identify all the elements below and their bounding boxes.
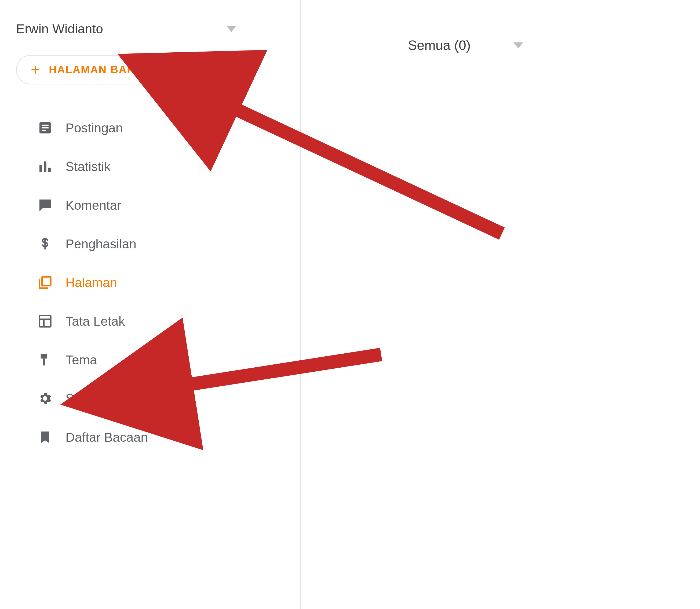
sidebar-item-label: Setelan xyxy=(66,391,109,406)
sidebar-item-tata-letak[interactable]: Tata Letak xyxy=(0,302,300,341)
sidebar-item-penghasilan[interactable]: Penghasilan xyxy=(0,225,300,263)
sidebar-item-label: Komentar xyxy=(66,198,121,213)
plus-icon xyxy=(30,64,41,76)
blog-selector[interactable]: Erwin Widianto xyxy=(0,5,266,47)
sidebar-item-statistik[interactable]: Statistik xyxy=(0,147,300,186)
sidebar-item-label: Penghasilan xyxy=(66,237,136,251)
top-divider xyxy=(0,0,300,0)
blog-name: Erwin Widianto xyxy=(16,21,103,36)
new-page-button[interactable]: HALAMAN BARU xyxy=(16,55,162,84)
svg-rect-5 xyxy=(41,130,46,131)
svg-rect-9 xyxy=(42,277,51,286)
sidebar-item-label: Statistik xyxy=(66,159,111,174)
dollar-icon xyxy=(38,236,53,251)
sidebar-item-label: Halaman xyxy=(66,275,117,290)
sidebar-item-postingan[interactable]: Postingan xyxy=(0,108,300,147)
svg-rect-7 xyxy=(44,161,46,172)
sidebar-item-label: Tata Letak xyxy=(66,314,125,329)
sidebar-nav: Postingan Statistik Komentar Penghasilan xyxy=(0,106,300,456)
sidebar-item-label: Postingan xyxy=(66,121,123,135)
sidebar: Erwin Widianto HALAMAN BARU Postingan xyxy=(0,0,301,609)
sidebar-item-setelan[interactable]: Setelan xyxy=(0,379,300,418)
theme-icon xyxy=(38,352,53,367)
content-area: Semua (0) xyxy=(301,0,700,609)
svg-rect-10 xyxy=(39,315,51,327)
post-icon xyxy=(38,120,53,135)
sidebar-item-label: Tema xyxy=(66,352,97,367)
section-divider xyxy=(0,98,223,98)
sidebar-item-tema[interactable]: Tema xyxy=(0,341,300,379)
filter-dropdown[interactable]: Semua (0) xyxy=(408,38,523,53)
chevron-down-icon xyxy=(514,42,523,48)
sidebar-item-daftar-bacaan[interactable]: Daftar Bacaan xyxy=(0,418,300,456)
sidebar-item-komentar[interactable]: Komentar xyxy=(0,186,300,225)
sidebar-item-label: Daftar Bacaan xyxy=(66,430,148,445)
bookmark-icon xyxy=(38,430,53,445)
pages-icon xyxy=(38,275,53,290)
new-page-label: HALAMAN BARU xyxy=(49,64,144,76)
svg-rect-8 xyxy=(48,168,51,172)
svg-rect-4 xyxy=(41,127,49,128)
svg-rect-6 xyxy=(39,165,42,172)
gear-icon xyxy=(38,391,53,406)
sidebar-item-halaman[interactable]: Halaman xyxy=(0,263,300,302)
layout-icon xyxy=(38,314,53,329)
comment-icon xyxy=(38,198,53,213)
chevron-down-icon xyxy=(227,26,236,32)
stats-icon xyxy=(38,159,53,174)
svg-rect-3 xyxy=(41,125,49,126)
svg-rect-13 xyxy=(43,359,45,365)
filter-label: Semua (0) xyxy=(408,38,470,53)
